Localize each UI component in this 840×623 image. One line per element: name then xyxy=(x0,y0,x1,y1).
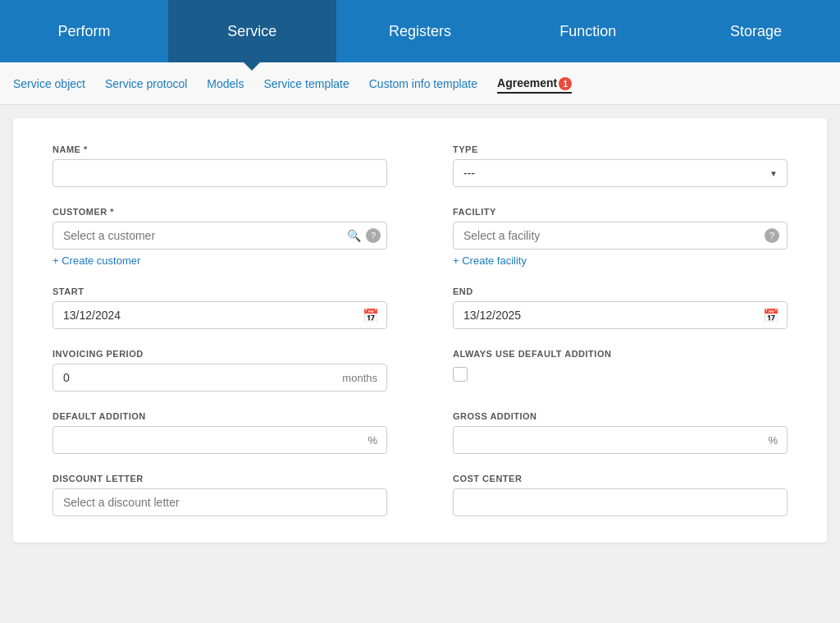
customer-input[interactable] xyxy=(52,222,387,250)
create-customer-link[interactable]: + Create customer xyxy=(52,254,387,267)
subnav-custom-info-template[interactable]: Custom info template xyxy=(369,74,477,94)
form-grid: NAME * TYPE --- CUSTOMER * 🔍 xyxy=(52,144,788,516)
end-date-input[interactable] xyxy=(453,301,788,329)
name-group: NAME * xyxy=(52,144,387,187)
cost-center-group: COST CENTER xyxy=(453,474,788,516)
default-addition-label: DEFAULT ADDITION xyxy=(52,411,387,421)
cost-center-input[interactable] xyxy=(453,488,788,516)
agreement-badge: 1 xyxy=(559,77,572,90)
invoicing-period-input[interactable] xyxy=(52,364,387,392)
main-content: NAME * TYPE --- CUSTOMER * 🔍 xyxy=(0,105,840,623)
invoicing-period-wrapper: months xyxy=(52,364,387,392)
start-date-input[interactable] xyxy=(52,301,387,329)
customer-input-wrapper: 🔍 ? xyxy=(52,222,387,250)
facility-input-wrapper: ? xyxy=(453,222,788,250)
customer-label: CUSTOMER * xyxy=(52,207,387,217)
top-nav: Perform Service Registers Function Stora… xyxy=(0,0,840,62)
subnav-models[interactable]: Models xyxy=(207,74,244,94)
end-date-wrapper: 📅 xyxy=(453,301,788,329)
type-group: TYPE --- xyxy=(453,144,788,187)
default-addition-group: DEFAULT ADDITION % xyxy=(52,411,387,454)
invoicing-period-label: INVOICING PERIOD xyxy=(52,349,387,359)
start-group: START 📅 xyxy=(52,286,387,329)
facility-help-icon: ? xyxy=(765,228,779,243)
default-addition-wrapper: % xyxy=(52,426,387,454)
form-card: NAME * TYPE --- CUSTOMER * 🔍 xyxy=(13,118,827,543)
facility-input[interactable] xyxy=(453,222,788,250)
sub-nav: Service object Service protocol Models S… xyxy=(0,62,840,105)
customer-group: CUSTOMER * 🔍 ? + Create customer xyxy=(52,207,387,267)
type-select[interactable]: --- xyxy=(453,159,788,187)
always-use-default-checkbox[interactable] xyxy=(453,367,468,382)
facility-label: FACILITY xyxy=(453,207,788,217)
start-label: START xyxy=(52,286,387,296)
always-use-default-group: ALWAYS USE DEFAULT ADDITION xyxy=(453,349,788,392)
create-facility-link[interactable]: + Create facility xyxy=(453,254,788,267)
subnav-service-template[interactable]: Service template xyxy=(263,74,349,94)
gross-addition-input[interactable] xyxy=(453,426,788,454)
end-label: END xyxy=(453,286,788,296)
facility-group: FACILITY ? + Create facility xyxy=(453,207,788,267)
subnav-service-protocol[interactable]: Service protocol xyxy=(105,74,187,94)
nav-registers[interactable]: Registers xyxy=(336,0,504,62)
cost-center-label: COST CENTER xyxy=(453,474,788,483)
gross-addition-wrapper: % xyxy=(453,426,788,454)
always-use-default-checkbox-row xyxy=(453,367,788,382)
end-group: END 📅 xyxy=(453,286,788,329)
subnav-agreement[interactable]: Agreement1 xyxy=(497,73,572,94)
name-input[interactable] xyxy=(52,159,387,187)
nav-perform[interactable]: Perform xyxy=(0,0,168,62)
customer-help-icon[interactable]: ? xyxy=(366,228,381,243)
discount-letter-label: DISCOUNT LETTER xyxy=(52,474,387,483)
start-date-wrapper: 📅 xyxy=(52,301,387,329)
nav-service[interactable]: Service xyxy=(168,0,336,62)
customer-search-icon[interactable]: 🔍 xyxy=(347,229,361,242)
type-select-wrapper: --- xyxy=(453,159,788,187)
always-use-default-label: ALWAYS USE DEFAULT ADDITION xyxy=(453,349,788,359)
discount-letter-group: DISCOUNT LETTER xyxy=(52,474,387,516)
type-label: TYPE xyxy=(453,144,788,154)
nav-function[interactable]: Function xyxy=(504,0,672,62)
name-label: NAME * xyxy=(52,144,387,154)
gross-addition-group: GROSS ADDITION % xyxy=(453,411,788,454)
gross-addition-label: GROSS ADDITION xyxy=(453,411,788,421)
default-addition-input[interactable] xyxy=(52,426,387,454)
invoicing-period-group: INVOICING PERIOD months xyxy=(52,349,387,392)
subnav-service-object[interactable]: Service object xyxy=(13,74,85,94)
discount-letter-input[interactable] xyxy=(52,488,387,516)
nav-storage[interactable]: Storage xyxy=(672,0,840,62)
